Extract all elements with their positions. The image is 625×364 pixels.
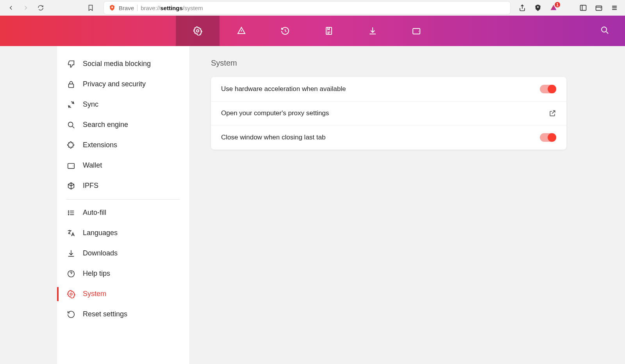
sidebar-item-label: Social media blocking: [83, 59, 151, 68]
svg-point-5: [602, 27, 607, 32]
settings-header: [0, 16, 625, 46]
sidebar-item-downloads[interactable]: Downloads: [57, 243, 189, 264]
sidebar-item-label: Wallet: [83, 161, 102, 170]
svg-point-2: [196, 30, 199, 32]
sidebar-item-label: Privacy and security: [83, 80, 146, 89]
bookmark-button[interactable]: [85, 2, 96, 13]
sidebar-item-label: Sync: [83, 100, 98, 109]
sidebar-item-sync[interactable]: Sync: [57, 95, 189, 115]
cube-icon: [66, 181, 76, 191]
sidebar-item-search-engine[interactable]: Search engine: [57, 115, 189, 135]
sidebar-item-label: Auto-fill: [83, 208, 106, 217]
url-bar[interactable]: Brave brave://settings/system: [104, 2, 510, 14]
list-icon: [66, 208, 76, 218]
menu-button[interactable]: [609, 3, 620, 13]
sidebar-item-reset-settings[interactable]: Reset settings: [57, 304, 189, 325]
url-divider: [137, 5, 138, 11]
reload-button[interactable]: [35, 2, 46, 13]
sidebar-item-extensions[interactable]: Extensions: [57, 135, 189, 155]
lock-icon: [66, 80, 76, 89]
svg-rect-6: [69, 84, 74, 87]
header-wallet-tab[interactable]: [395, 16, 438, 46]
rewards-badge: 1: [555, 2, 560, 7]
sidebar-item-label: IPFS: [83, 181, 98, 190]
external-link-icon: [548, 109, 556, 117]
reset-icon: [66, 310, 76, 319]
header-bookmarks-tab[interactable]: [307, 16, 351, 46]
brave-lion-icon: [109, 4, 116, 11]
url-text: brave://settings/system: [141, 5, 203, 11]
wallet-icon: [66, 161, 76, 170]
settings-card: Use hardware acceleration when available…: [211, 77, 566, 150]
sidebar-item-label: System: [83, 289, 106, 298]
header-history-tab[interactable]: [263, 16, 307, 46]
gear-icon: [66, 289, 76, 299]
toggle-hardware-acceleration[interactable]: [540, 85, 556, 93]
sidebar-item-system[interactable]: System: [57, 284, 189, 304]
header-search-button[interactable]: [600, 25, 609, 36]
page-title: System: [211, 59, 604, 68]
svg-point-9: [68, 211, 69, 212]
sidebar-toggle-button[interactable]: [578, 3, 588, 13]
sidebar-item-label: Downloads: [83, 249, 118, 258]
setting-proxy[interactable]: Open your computer's proxy settings: [211, 102, 566, 125]
sidebar-item-languages[interactable]: Languages: [57, 223, 189, 243]
setting-hardware-acceleration: Use hardware acceleration when available: [211, 77, 566, 102]
toggle-close-last-tab[interactable]: [540, 133, 556, 142]
setting-label: Open your computer's proxy settings: [221, 109, 329, 117]
help-circle-icon: [66, 269, 76, 278]
main-content: System Use hardware acceleration when av…: [190, 46, 625, 364]
header-downloads-tab[interactable]: [351, 16, 395, 46]
sidebar-item-help-tips[interactable]: Help tips: [57, 264, 189, 284]
svg-point-11: [68, 214, 69, 215]
share-button[interactable]: [517, 3, 527, 13]
sidebar-item-wallet[interactable]: Wallet: [57, 155, 189, 176]
back-button[interactable]: [5, 2, 16, 13]
svg-point-13: [70, 293, 72, 295]
svg-rect-1: [596, 6, 602, 11]
download-icon: [66, 249, 76, 258]
translate-icon: [66, 228, 76, 238]
url-source-label: Brave: [119, 5, 134, 11]
setting-label: Close window when closing last tab: [221, 134, 325, 141]
wallet-toolbar-button[interactable]: [594, 3, 604, 13]
sidebar-item-label: Help tips: [83, 269, 110, 278]
sidebar-item-label: Languages: [83, 228, 118, 237]
svg-point-10: [68, 212, 69, 213]
sidebar-item-ipfs[interactable]: IPFS: [57, 176, 189, 196]
header-shields-tab[interactable]: [220, 16, 263, 46]
settings-sidebar: Social media blocking Privacy and securi…: [57, 46, 190, 364]
header-settings-tab[interactable]: [176, 16, 220, 46]
sidebar-item-auto-fill[interactable]: Auto-fill: [57, 203, 189, 223]
setting-close-last-tab: Close window when closing last tab: [211, 125, 566, 150]
thumbs-down-icon: [66, 59, 76, 69]
sidebar-item-label: Reset settings: [83, 310, 127, 319]
svg-rect-8: [68, 164, 75, 169]
content: Social media blocking Privacy and securi…: [0, 46, 625, 364]
forward-button[interactable]: [20, 2, 31, 13]
puzzle-icon: [66, 141, 76, 150]
sync-icon: [66, 100, 76, 109]
sidebar-item-social-media-blocking[interactable]: Social media blocking: [57, 54, 189, 74]
brave-shields-button[interactable]: [533, 3, 543, 13]
sidebar-item-label: Search engine: [83, 120, 128, 129]
setting-label: Use hardware acceleration when available: [221, 85, 346, 93]
svg-point-7: [68, 122, 73, 127]
search-icon: [66, 120, 76, 130]
svg-rect-4: [413, 29, 420, 34]
sidebar-item-label: Extensions: [83, 141, 117, 150]
browser-toolbar: Brave brave://settings/system 1: [0, 0, 625, 16]
brave-rewards-button[interactable]: 1: [548, 3, 559, 13]
sidebar-divider: [66, 199, 180, 200]
sidebar-item-privacy-security[interactable]: Privacy and security: [57, 74, 189, 95]
svg-rect-0: [580, 5, 586, 10]
